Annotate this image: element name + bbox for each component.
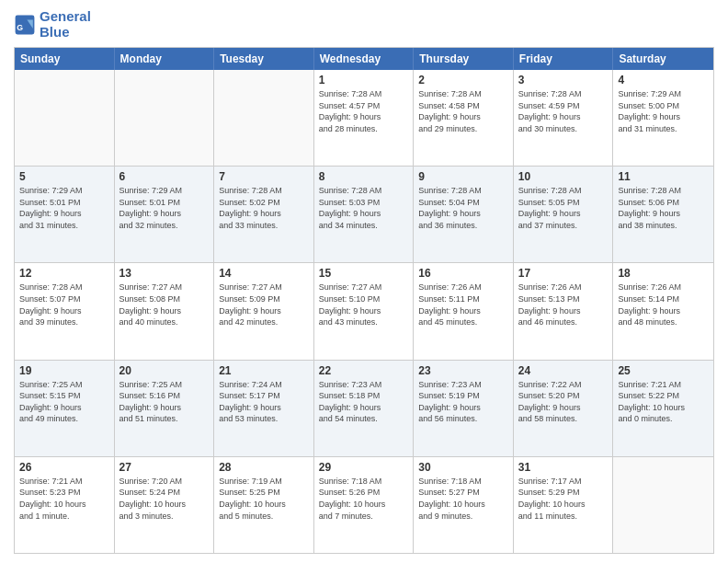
day-info: Sunrise: 7:23 AM Sunset: 5:18 PM Dayligh…	[319, 379, 409, 425]
day-info: Sunrise: 7:29 AM Sunset: 5:00 PM Dayligh…	[618, 88, 709, 134]
day-info: Sunrise: 7:18 AM Sunset: 5:27 PM Dayligh…	[418, 476, 508, 522]
day-number: 9	[418, 170, 508, 183]
day-cell-18: 18Sunrise: 7:26 AM Sunset: 5:14 PM Dayli…	[613, 263, 713, 359]
day-cell-empty	[15, 70, 115, 166]
day-info: Sunrise: 7:21 AM Sunset: 5:22 PM Dayligh…	[618, 379, 709, 425]
day-header-sunday: Sunday	[15, 48, 115, 70]
day-info: Sunrise: 7:27 AM Sunset: 5:10 PM Dayligh…	[319, 282, 409, 327]
day-header-wednesday: Wednesday	[314, 48, 415, 70]
day-info: Sunrise: 7:26 AM Sunset: 5:13 PM Dayligh…	[518, 282, 609, 327]
day-info: Sunrise: 7:22 AM Sunset: 5:20 PM Dayligh…	[518, 379, 609, 425]
day-cell-14: 14Sunrise: 7:27 AM Sunset: 5:09 PM Dayli…	[214, 263, 314, 359]
day-info: Sunrise: 7:25 AM Sunset: 5:15 PM Dayligh…	[19, 379, 109, 425]
day-cell-1: 1Sunrise: 7:28 AM Sunset: 4:57 PM Daylig…	[314, 70, 415, 166]
day-info: Sunrise: 7:28 AM Sunset: 5:03 PM Dayligh…	[319, 185, 409, 231]
day-cell-29: 29Sunrise: 7:18 AM Sunset: 5:26 PM Dayli…	[314, 457, 415, 553]
day-cell-5: 5Sunrise: 7:29 AM Sunset: 5:01 PM Daylig…	[15, 167, 115, 262]
week-row-5: 26Sunrise: 7:21 AM Sunset: 5:23 PM Dayli…	[15, 456, 713, 553]
day-cell-23: 23Sunrise: 7:23 AM Sunset: 5:19 PM Dayli…	[414, 361, 514, 456]
day-number: 16	[418, 267, 508, 280]
day-info: Sunrise: 7:21 AM Sunset: 5:23 PM Dayligh…	[19, 476, 109, 522]
day-info: Sunrise: 7:29 AM Sunset: 5:01 PM Dayligh…	[119, 185, 210, 231]
day-number: 5	[19, 170, 109, 183]
week-row-1: 1Sunrise: 7:28 AM Sunset: 4:57 PM Daylig…	[15, 70, 713, 166]
day-cell-empty	[214, 70, 314, 166]
day-info: Sunrise: 7:28 AM Sunset: 5:02 PM Dayligh…	[219, 185, 309, 231]
header: G General Blue	[14, 9, 714, 40]
day-header-thursday: Thursday	[414, 48, 514, 70]
day-number: 19	[19, 364, 109, 377]
day-cell-2: 2Sunrise: 7:28 AM Sunset: 4:58 PM Daylig…	[414, 70, 514, 166]
day-number: 27	[119, 461, 210, 474]
day-info: Sunrise: 7:26 AM Sunset: 5:14 PM Dayligh…	[618, 282, 709, 327]
logo-text: General Blue	[40, 9, 91, 40]
day-number: 4	[618, 74, 709, 86]
day-headers: SundayMondayTuesdayWednesdayThursdayFrid…	[15, 48, 713, 70]
logo-icon: G	[14, 14, 36, 36]
day-cell-27: 27Sunrise: 7:20 AM Sunset: 5:24 PM Dayli…	[115, 457, 215, 553]
day-number: 30	[418, 461, 508, 474]
day-number: 1	[319, 74, 409, 86]
day-number: 10	[518, 170, 609, 183]
day-header-tuesday: Tuesday	[214, 48, 314, 70]
day-header-friday: Friday	[514, 48, 614, 70]
day-number: 20	[119, 364, 210, 377]
day-cell-9: 9Sunrise: 7:28 AM Sunset: 5:04 PM Daylig…	[414, 167, 514, 262]
day-info: Sunrise: 7:28 AM Sunset: 4:57 PM Dayligh…	[319, 88, 409, 134]
day-number: 21	[219, 364, 309, 377]
day-cell-13: 13Sunrise: 7:27 AM Sunset: 5:08 PM Dayli…	[115, 263, 215, 359]
day-number: 18	[618, 267, 709, 280]
calendar: SundayMondayTuesdayWednesdayThursdayFrid…	[14, 47, 714, 554]
day-number: 22	[319, 364, 409, 377]
day-number: 26	[19, 461, 109, 474]
day-cell-empty	[613, 457, 713, 553]
day-cell-12: 12Sunrise: 7:28 AM Sunset: 5:07 PM Dayli…	[15, 263, 115, 359]
day-info: Sunrise: 7:19 AM Sunset: 5:25 PM Dayligh…	[219, 476, 309, 522]
day-info: Sunrise: 7:23 AM Sunset: 5:19 PM Dayligh…	[418, 379, 508, 425]
day-number: 23	[418, 364, 508, 377]
day-cell-17: 17Sunrise: 7:26 AM Sunset: 5:13 PM Dayli…	[514, 263, 614, 359]
day-number: 13	[119, 267, 210, 280]
week-row-3: 12Sunrise: 7:28 AM Sunset: 5:07 PM Dayli…	[15, 262, 713, 359]
day-info: Sunrise: 7:28 AM Sunset: 5:06 PM Dayligh…	[618, 185, 709, 231]
day-cell-26: 26Sunrise: 7:21 AM Sunset: 5:23 PM Dayli…	[15, 457, 115, 553]
day-info: Sunrise: 7:18 AM Sunset: 5:26 PM Dayligh…	[319, 476, 409, 522]
day-header-monday: Monday	[115, 48, 215, 70]
day-info: Sunrise: 7:26 AM Sunset: 5:11 PM Dayligh…	[418, 282, 508, 327]
day-number: 17	[518, 267, 609, 280]
day-cell-6: 6Sunrise: 7:29 AM Sunset: 5:01 PM Daylig…	[115, 167, 215, 262]
day-number: 7	[219, 170, 309, 183]
day-cell-24: 24Sunrise: 7:22 AM Sunset: 5:20 PM Dayli…	[514, 361, 614, 456]
day-cell-7: 7Sunrise: 7:28 AM Sunset: 5:02 PM Daylig…	[214, 167, 314, 262]
day-cell-25: 25Sunrise: 7:21 AM Sunset: 5:22 PM Dayli…	[613, 361, 713, 456]
day-info: Sunrise: 7:20 AM Sunset: 5:24 PM Dayligh…	[119, 476, 210, 522]
day-cell-28: 28Sunrise: 7:19 AM Sunset: 5:25 PM Dayli…	[214, 457, 314, 553]
day-number: 3	[518, 74, 609, 86]
day-number: 25	[618, 364, 709, 377]
svg-text:G: G	[17, 22, 23, 31]
day-info: Sunrise: 7:24 AM Sunset: 5:17 PM Dayligh…	[219, 379, 309, 425]
day-info: Sunrise: 7:17 AM Sunset: 5:29 PM Dayligh…	[518, 476, 609, 522]
day-info: Sunrise: 7:28 AM Sunset: 5:04 PM Dayligh…	[418, 185, 508, 231]
calendar-body: 1Sunrise: 7:28 AM Sunset: 4:57 PM Daylig…	[15, 70, 713, 553]
day-info: Sunrise: 7:27 AM Sunset: 5:09 PM Dayligh…	[219, 282, 309, 327]
day-info: Sunrise: 7:29 AM Sunset: 5:01 PM Dayligh…	[19, 185, 109, 231]
day-cell-4: 4Sunrise: 7:29 AM Sunset: 5:00 PM Daylig…	[613, 70, 713, 166]
logo: G General Blue	[14, 9, 91, 40]
day-cell-8: 8Sunrise: 7:28 AM Sunset: 5:03 PM Daylig…	[314, 167, 415, 262]
day-number: 31	[518, 461, 609, 474]
day-number: 24	[518, 364, 609, 377]
day-cell-21: 21Sunrise: 7:24 AM Sunset: 5:17 PM Dayli…	[214, 361, 314, 456]
day-cell-empty	[115, 70, 215, 166]
day-info: Sunrise: 7:27 AM Sunset: 5:08 PM Dayligh…	[119, 282, 210, 327]
day-number: 12	[19, 267, 109, 280]
day-cell-31: 31Sunrise: 7:17 AM Sunset: 5:29 PM Dayli…	[514, 457, 614, 553]
day-info: Sunrise: 7:25 AM Sunset: 5:16 PM Dayligh…	[119, 379, 210, 425]
day-number: 15	[319, 267, 409, 280]
day-cell-15: 15Sunrise: 7:27 AM Sunset: 5:10 PM Dayli…	[314, 263, 415, 359]
day-number: 6	[119, 170, 210, 183]
week-row-4: 19Sunrise: 7:25 AM Sunset: 5:15 PM Dayli…	[15, 360, 713, 456]
day-cell-30: 30Sunrise: 7:18 AM Sunset: 5:27 PM Dayli…	[414, 457, 514, 553]
day-info: Sunrise: 7:28 AM Sunset: 4:58 PM Dayligh…	[418, 88, 508, 134]
day-number: 14	[219, 267, 309, 280]
